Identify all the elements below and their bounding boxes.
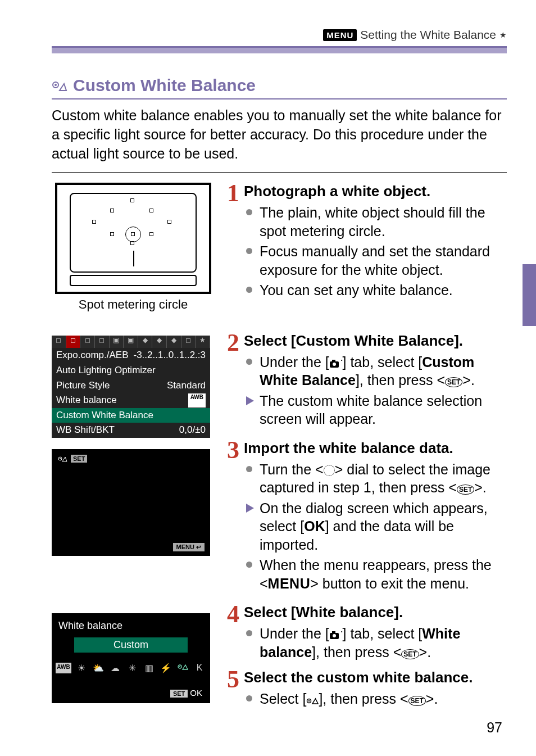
step-number: 3 bbox=[227, 440, 244, 595]
camera-menu-screenshot-1: ◻◻◻◻▣▣◆◆◆◻★ Expo.comp./AEB-3..2..1..0..1… bbox=[52, 336, 210, 438]
header-divider bbox=[52, 46, 507, 53]
wb-selected-label: Custom bbox=[74, 637, 188, 653]
pointer-line bbox=[133, 251, 134, 266]
custom-wb-selected-icon bbox=[176, 663, 189, 673]
set-button-icon: SET bbox=[457, 485, 474, 495]
step-3-title: Import the white balance data. bbox=[244, 440, 507, 457]
page-header: MENU Setting the White Balance ★ bbox=[52, 28, 507, 42]
dial-icon bbox=[324, 465, 335, 476]
bullet: Select [], then press <SET>. bbox=[244, 690, 507, 709]
step-3: 3 Import the white balance data. Turn th… bbox=[227, 440, 507, 595]
divider bbox=[52, 172, 507, 173]
svg-point-1 bbox=[54, 84, 57, 86]
camera-menu-screenshot-2: SET MENU ↩ bbox=[52, 449, 210, 556]
menu-badge: MENU bbox=[323, 29, 357, 41]
step-2: 2 Select [Custom White Balance]. Under t… bbox=[227, 332, 507, 431]
svg-point-13 bbox=[308, 700, 310, 702]
section-side-tab bbox=[523, 264, 536, 326]
menu-button-label: MENU bbox=[268, 576, 311, 591]
svg-point-5 bbox=[179, 666, 180, 667]
intro-text: Custom white balance enables you to manu… bbox=[52, 106, 507, 163]
svg-rect-10 bbox=[332, 631, 335, 633]
step-number: 1 bbox=[227, 183, 244, 302]
spot-metering-circle bbox=[125, 227, 141, 242]
section-title: Custom White Balance bbox=[52, 76, 507, 99]
step-2-title: Select [Custom White Balance]. bbox=[244, 332, 507, 350]
bullet: Under the [•] tab, select [White balance… bbox=[244, 624, 507, 661]
step-5-title: Select the custom white balance. bbox=[244, 669, 507, 686]
bullet: Focus manually and set the standard expo… bbox=[244, 242, 507, 279]
step-number: 2 bbox=[227, 332, 244, 431]
wb-icon-row: AWB ☀ ⛅ ☁ ✳ ▥ ⚡ K bbox=[52, 663, 210, 673]
result-bullet: On the dialog screen which appears, sele… bbox=[244, 499, 507, 554]
set-button-icon: SET bbox=[401, 649, 419, 659]
bullet: Turn the <> dial to select the image cap… bbox=[244, 460, 507, 497]
viewfinder-diagram bbox=[55, 183, 211, 294]
custom-wb-icon bbox=[306, 691, 319, 709]
camera-tab-icon: • bbox=[329, 359, 343, 368]
step-1: 1 Photograph a white object. The plain, … bbox=[227, 183, 507, 302]
step-4-title: Select [White balance]. bbox=[244, 604, 507, 621]
svg-rect-7 bbox=[332, 360, 335, 362]
bullet: Under the [•] tab, select [Custom White … bbox=[244, 353, 507, 390]
step-number: 5 bbox=[227, 669, 244, 712]
set-button-icon: SET bbox=[408, 696, 426, 706]
camera-menu-screenshot-3: White balance Custom AWB ☀ ⛅ ☁ ✳ ▥ ⚡ K S… bbox=[52, 613, 210, 703]
bullet: When the menu reappears, press the <MENU… bbox=[244, 556, 507, 592]
custom-wb-icon bbox=[52, 79, 67, 92]
step-1-title: Photograph a white object. bbox=[244, 183, 507, 200]
step-4: 4 Select [White balance]. Under the [•] … bbox=[227, 604, 507, 663]
star-icon: ★ bbox=[499, 30, 507, 39]
svg-point-3 bbox=[60, 458, 61, 459]
bullet: You can set any white balance. bbox=[244, 281, 507, 300]
set-button-icon: SET bbox=[445, 377, 462, 387]
camera-tab-icon: • bbox=[329, 631, 343, 640]
result-bullet: The custom white balance selection scree… bbox=[244, 392, 507, 428]
viewfinder-label: Spot metering circle bbox=[52, 297, 215, 312]
step-5: 5 Select the custom white balance. Selec… bbox=[227, 669, 507, 712]
header-title: Setting the White Balance bbox=[360, 28, 496, 42]
menu-row-custom-wb: Custom White Balance bbox=[52, 408, 210, 423]
bullet: The plain, white object should fill the … bbox=[244, 203, 507, 240]
page-number: 97 bbox=[487, 719, 502, 736]
svg-point-11 bbox=[333, 634, 336, 637]
step-number: 4 bbox=[227, 604, 244, 663]
svg-point-8 bbox=[333, 363, 336, 366]
